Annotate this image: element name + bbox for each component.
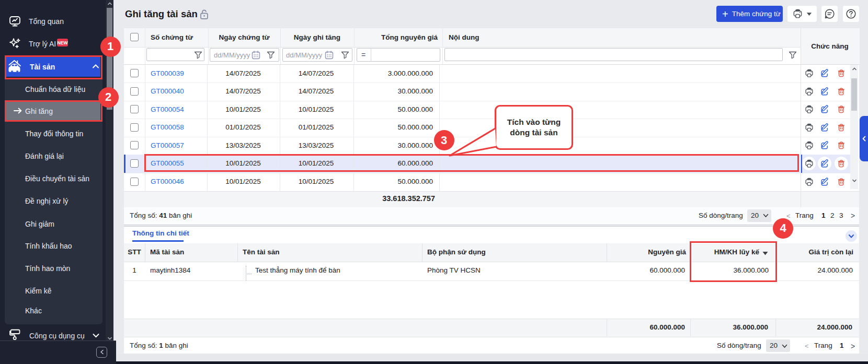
svg-text:dòng tài sản: dòng tài sản [510, 128, 557, 137]
svg-text:Tích vào từng: Tích vào từng [507, 118, 561, 126]
